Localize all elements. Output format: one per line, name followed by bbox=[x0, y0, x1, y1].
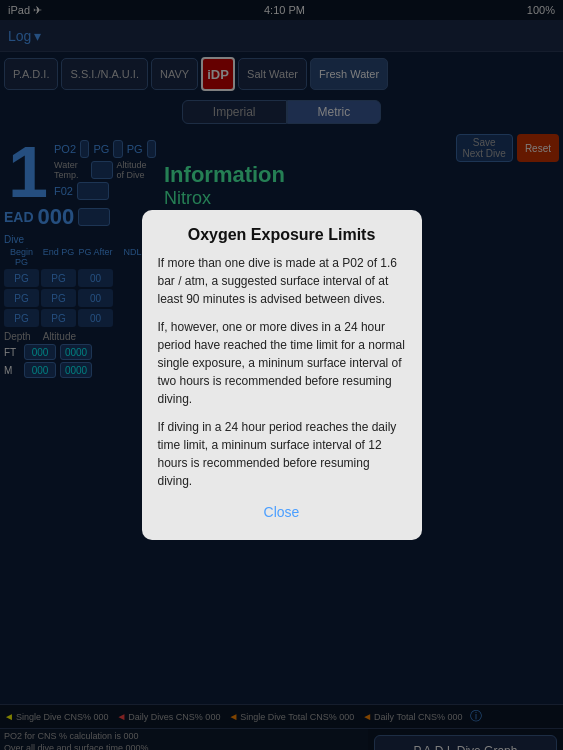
modal-title: Oxygen Exposure Limits bbox=[158, 226, 406, 244]
modal-overlay: Oxygen Exposure Limits If more than one … bbox=[0, 0, 563, 750]
modal-paragraph-3: If diving in a 24 hour period reaches th… bbox=[158, 418, 406, 490]
modal-box: Oxygen Exposure Limits If more than one … bbox=[142, 210, 422, 540]
modal-paragraph-1: If more than one dive is made at a P02 o… bbox=[158, 254, 406, 308]
modal-close-button[interactable]: Close bbox=[248, 500, 316, 524]
modal-paragraph-2: If, however, one or more dives in a 24 h… bbox=[158, 318, 406, 408]
